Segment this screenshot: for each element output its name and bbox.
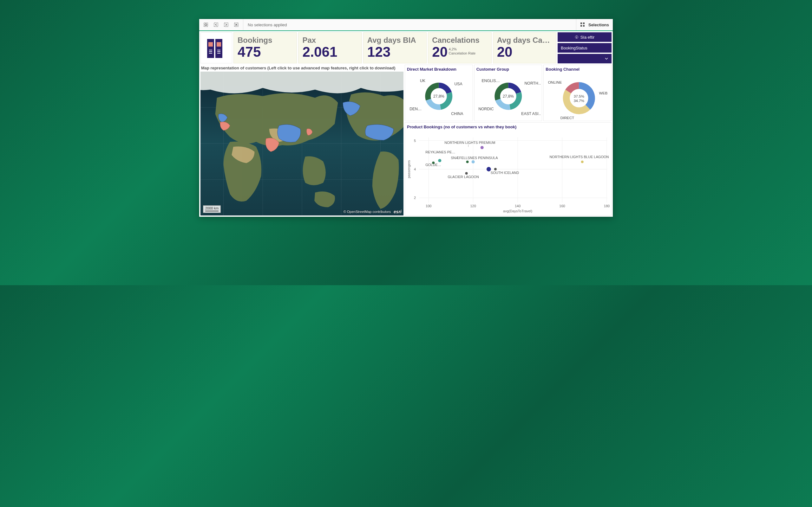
- svg-text:ONLINE: ONLINE: [548, 80, 562, 84]
- chart-title: Customer Group: [476, 66, 541, 73]
- kpi-value: 2.061: [302, 45, 357, 59]
- dashboard-content: Bookings 475 Pax 2.061 Avg days BIA 123 …: [199, 31, 613, 217]
- svg-text:DIRECT: DIRECT: [560, 116, 574, 120]
- svg-text:SNÆFELLSNES PENINSULA: SNÆFELLSNES PENINSULA: [451, 156, 498, 160]
- donut-market[interactable]: Direct Market Breakdown 27,8%: [405, 65, 473, 121]
- donut-body: 27,8% UK USA CHINA DEN…: [406, 73, 471, 122]
- svg-rect-18: [217, 53, 220, 54]
- donut-center-label: 27,8%: [503, 94, 514, 99]
- scatter-product-bookings[interactable]: Product Bookings (no of customers vs whe…: [405, 122, 612, 216]
- y-axis-label: passengers: [407, 160, 411, 178]
- svg-rect-17: [217, 51, 220, 52]
- svg-text:NORTH…: NORTH…: [524, 81, 541, 86]
- svg-text:100: 100: [426, 204, 432, 208]
- map-scale: 2000 km: [203, 205, 221, 213]
- donut-body: 27,8% ENGLIS… NORTH… EAST ASI… NORDIC: [476, 73, 541, 122]
- step-back-icon[interactable]: [211, 20, 221, 29]
- svg-text:REYKJANES PE…: REYKJANES PE…: [425, 150, 455, 154]
- kpi-cancelations[interactable]: Cancelations 20 4,2% Cancelation Rate: [428, 32, 491, 63]
- map-attribution: © OpenStreetMap contributors: [344, 210, 391, 214]
- svg-text:USA: USA: [454, 82, 462, 86]
- dashboard-logo-card[interactable]: [200, 32, 232, 63]
- scatter-point[interactable]: [438, 159, 441, 162]
- scatter-point[interactable]: [465, 172, 468, 175]
- kpi-pax[interactable]: Pax 2.061: [298, 32, 362, 63]
- x-axis-label: avg(DaysToTravel): [503, 209, 532, 213]
- donut-booking-channel[interactable]: Booking Channel 37.5% 34.7% O: [543, 65, 612, 121]
- donut-center-label: 37.5%: [574, 94, 584, 98]
- svg-text:DEN…: DEN…: [409, 107, 421, 111]
- svg-text:4: 4: [414, 167, 416, 171]
- kpi-avg-days-bia[interactable]: Avg days BIA 123: [363, 32, 426, 63]
- main-row: Map representation of customers (Left cl…: [200, 65, 612, 216]
- svg-rect-16: [217, 50, 220, 50]
- kpi-row: Bookings 475 Pax 2.061 Avg days BIA 123 …: [200, 32, 612, 63]
- smart-search-icon[interactable]: [201, 20, 211, 29]
- svg-text:CHINA: CHINA: [451, 112, 463, 116]
- svg-point-1: [205, 24, 207, 26]
- selections-label: Selections: [589, 22, 609, 27]
- chart-title: Direct Market Breakdown: [406, 66, 471, 73]
- svg-text:UK: UK: [420, 78, 426, 83]
- svg-text:NORDIC: NORDIC: [478, 107, 494, 111]
- svg-rect-0: [204, 23, 208, 26]
- kpi-value: 123: [367, 45, 422, 59]
- selections-button[interactable]: Selections: [576, 19, 613, 31]
- binder-icon: [205, 35, 227, 60]
- svg-text:GLACIER LAGOON: GLACIER LAGOON: [448, 175, 479, 179]
- map-region-china[interactable]: [277, 124, 301, 142]
- filter-booking-status[interactable]: BookingStatus: [558, 43, 612, 53]
- chart-title: Product Bookings (no of customers vs whe…: [406, 124, 610, 130]
- scatter-point[interactable]: [480, 146, 484, 149]
- svg-rect-10: [215, 39, 222, 58]
- scatter-point[interactable]: [466, 161, 469, 163]
- step-forward-icon[interactable]: [221, 20, 231, 29]
- svg-rect-20: [576, 37, 577, 38]
- scatter-point[interactable]: [494, 168, 497, 170]
- grid-icon: [580, 22, 585, 27]
- clear-selections-icon[interactable]: [232, 20, 241, 29]
- map-provider-logo: esri: [394, 209, 402, 214]
- scatter-point[interactable]: [487, 167, 491, 171]
- filter-panel: Sía eftir BookingStatus: [558, 32, 612, 63]
- svg-rect-8: [583, 25, 585, 26]
- kpi-bookings[interactable]: Bookings 475: [234, 32, 297, 63]
- svg-text:120: 120: [470, 204, 476, 208]
- donut-center-label-2: 34.7%: [574, 99, 584, 103]
- svg-text:180: 180: [604, 204, 610, 208]
- svg-text:140: 140: [515, 204, 520, 208]
- map-visualization[interactable]: 2000 km © OpenStreetMap contributors esr…: [200, 72, 403, 216]
- svg-rect-15: [209, 53, 212, 54]
- kpi-avg-days-cancel[interactable]: Avg days Can… 20: [493, 32, 556, 63]
- svg-text:EAST ASI…: EAST ASI…: [521, 112, 541, 116]
- donut-customer-group[interactable]: Customer Group 27,8% ENGLIS…: [474, 65, 542, 121]
- kpi-label: Bookings: [238, 36, 293, 45]
- svg-rect-12: [217, 42, 221, 47]
- scatter-point[interactable]: [432, 162, 435, 164]
- kpi-value: 20: [432, 44, 448, 60]
- svg-rect-7: [580, 25, 582, 26]
- svg-text:NORTHERN LIGHTS BLUE LAGOON: NORTHERN LIGHTS BLUE LAGOON: [549, 155, 609, 159]
- selections-toolbar: No selections applied Selections: [199, 19, 613, 31]
- svg-text:ENGLIS…: ENGLIS…: [481, 78, 500, 83]
- kpi-label: Avg days Can…: [497, 36, 552, 45]
- svg-text:160: 160: [559, 204, 565, 208]
- scatter-point[interactable]: [472, 160, 475, 164]
- svg-text:NORTHERN LIGHTS PREMIUM: NORTHERN LIGHTS PREMIUM: [444, 141, 495, 145]
- svg-text:2: 2: [414, 196, 416, 200]
- kpi-label: Avg days BIA: [367, 36, 422, 45]
- scatter-point[interactable]: [581, 161, 583, 163]
- info-icon: [575, 35, 578, 39]
- toolbar-icon-group: [199, 19, 243, 31]
- svg-text:5: 5: [414, 139, 416, 143]
- kpi-label: Pax: [302, 36, 357, 45]
- map-panel: Map representation of customers (Left cl…: [200, 65, 403, 216]
- svg-rect-3: [224, 23, 228, 26]
- svg-text:SOUTH ICELAND: SOUTH ICELAND: [491, 171, 519, 175]
- right-column: Direct Market Breakdown 27,8%: [405, 65, 612, 216]
- filter-remaining-button[interactable]: Sía eftir: [558, 32, 612, 42]
- filter-dropdown[interactable]: [558, 54, 612, 63]
- scatter-body: 5 4 2 100 120 140 160 180 avg(DaysToTrav…: [406, 130, 610, 214]
- donut-body: 37.5% 34.7% ONLINE WEB DIRECT: [545, 73, 610, 122]
- svg-rect-2: [214, 23, 218, 26]
